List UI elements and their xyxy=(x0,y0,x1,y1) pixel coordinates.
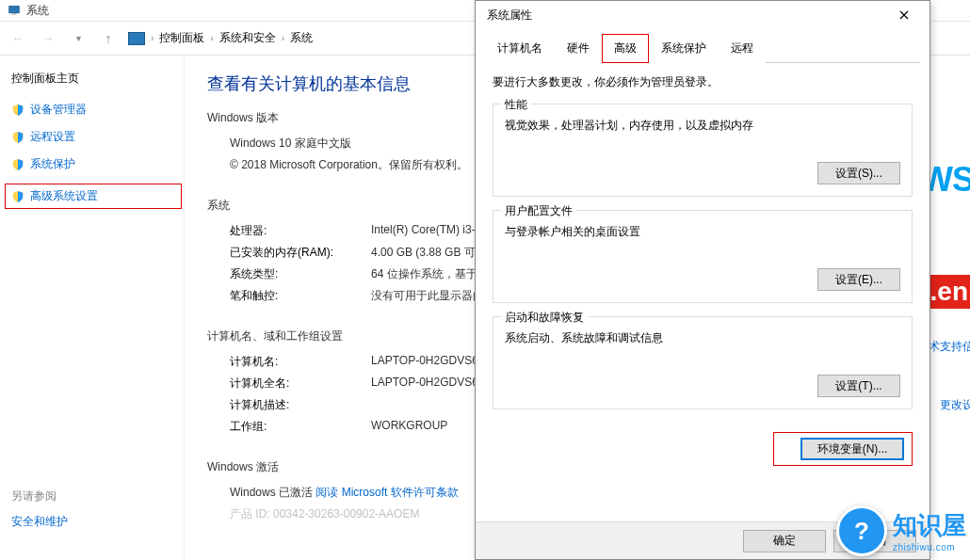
up-button[interactable]: ↑ xyxy=(98,28,119,49)
pen-value: 没有可用于此显示器的 xyxy=(371,288,484,304)
breadcrumb-item[interactable]: 系统 xyxy=(290,30,313,46)
chevron-right-icon: › xyxy=(282,33,284,43)
chevron-right-icon: › xyxy=(151,33,154,43)
chevron-right-icon: › xyxy=(210,33,213,43)
shield-icon xyxy=(11,104,24,117)
computer-name-value: LAPTOP-0H2GDVS6 xyxy=(371,354,478,370)
sidebar-item-label: 安全和维护 xyxy=(11,514,68,530)
tab-bar: 计算机名 硬件 高级 系统保护 远程 xyxy=(485,33,920,63)
sidebar-item-label: 设备管理器 xyxy=(30,102,87,118)
monitor-icon xyxy=(128,32,145,45)
systype-label: 系统类型: xyxy=(230,266,371,282)
sidebar-item-label: 高级系统设置 xyxy=(30,188,98,204)
tab-computer-name[interactable]: 计算机名 xyxy=(485,34,555,63)
support-link[interactable]: 术支持信 xyxy=(929,339,970,355)
back-button[interactable]: ← xyxy=(8,28,28,49)
computer-fullname-value: LAPTOP-0H2GDVS6 xyxy=(371,376,478,392)
watermark-text-cn: 知识屋 xyxy=(893,509,966,542)
shield-icon xyxy=(11,158,24,171)
window-title: 系统 xyxy=(26,3,49,19)
systype-value: 64 位操作系统，基于 xyxy=(371,266,477,282)
groupbox-title: 用户配置文件 xyxy=(501,203,576,219)
tab-remote[interactable]: 远程 xyxy=(719,34,766,63)
processor-value: Intel(R) Core(TM) i3- xyxy=(371,223,476,239)
activation-status: Windows 已激活 阅读 Microsoft 软件许可条款 xyxy=(230,485,459,501)
perf-settings-button[interactable]: 设置(S)... xyxy=(817,162,900,184)
shield-icon xyxy=(11,131,24,144)
sidebar: 控制面板主页 设备管理器 远程设置 系统保护 高级系统设置 另请参阅 安全和维护 xyxy=(0,56,184,560)
sidebar-home-link[interactable]: 控制面板主页 xyxy=(11,71,172,87)
dialog-title: 系统属性 xyxy=(487,8,532,24)
svg-rect-1 xyxy=(11,14,16,15)
admin-note: 要进行大多数更改，你必须作为管理员登录。 xyxy=(493,74,913,90)
groupbox-title: 性能 xyxy=(501,97,531,113)
groupbox-title: 启动和故障恢复 xyxy=(501,310,588,326)
svg-rect-0 xyxy=(9,7,20,13)
close-button[interactable] xyxy=(884,4,924,26)
watermark-logo: ? 知识屋 zhishiwu.com xyxy=(836,505,966,556)
forward-button[interactable]: → xyxy=(38,28,58,49)
groupbox-desc: 视觉效果，处理器计划，内存使用，以及虚拟内存 xyxy=(505,118,900,134)
dialog-titlebar: 系统属性 xyxy=(476,1,930,29)
sidebar-item-label: 系统保护 xyxy=(30,156,75,172)
sidebar-item-system-protection[interactable]: 系统保护 xyxy=(11,156,172,172)
sidebar-item-device-manager[interactable]: 设备管理器 xyxy=(11,102,172,118)
workgroup-label: 工作组: xyxy=(230,419,371,435)
processor-label: 处理器: xyxy=(230,223,371,239)
tab-system-protection[interactable]: 系统保护 xyxy=(649,34,719,63)
breadcrumb-item[interactable]: 控制面板 xyxy=(159,30,204,46)
license-terms-link[interactable]: 阅读 Microsoft 软件许可条款 xyxy=(315,486,458,499)
computer-desc-label: 计算机描述: xyxy=(230,397,371,413)
system-icon xyxy=(8,4,21,17)
shield-icon xyxy=(11,190,24,203)
chevron-down-icon[interactable]: ▾ xyxy=(68,28,89,49)
ok-button[interactable]: 确定 xyxy=(743,530,826,552)
see-also-title: 另请参阅 xyxy=(11,488,68,504)
profile-settings-button[interactable]: 设置(E)... xyxy=(817,268,900,291)
lenovo-logo: .en xyxy=(925,275,970,309)
ram-label: 已安装的内存(RAM): xyxy=(230,245,371,261)
computer-fullname-label: 计算机全名: xyxy=(230,376,371,392)
sidebar-item-label: 远程设置 xyxy=(30,129,75,145)
groupbox-user-profiles: 用户配置文件 与登录帐户相关的桌面设置 设置(E)... xyxy=(493,210,913,303)
ram-value: 4.00 GB (3.88 GB 可 xyxy=(371,245,476,261)
copyright-text: © 2018 Microsoft Corporation。保留所有权利。 xyxy=(230,157,468,173)
environment-variables-button[interactable]: 环境变量(N)... xyxy=(800,438,904,460)
system-properties-dialog: 系统属性 计算机名 硬件 高级 系统保护 远程 要进行大多数更改，你必须作为管理… xyxy=(475,0,930,560)
groupbox-desc: 系统启动、系统故障和调试信息 xyxy=(505,330,900,346)
tab-hardware[interactable]: 硬件 xyxy=(555,34,602,63)
change-settings-link[interactable]: 更改设 xyxy=(940,397,970,413)
computer-name-label: 计算机名: xyxy=(230,354,371,370)
breadcrumb-item[interactable]: 系统和安全 xyxy=(219,30,276,46)
groupbox-startup-recovery: 启动和故障恢复 系统启动、系统故障和调试信息 设置(T)... xyxy=(493,316,913,409)
sidebar-item-remote-settings[interactable]: 远程设置 xyxy=(11,129,172,145)
close-icon xyxy=(899,10,909,20)
groupbox-performance: 性能 视觉效果，处理器计划，内存使用，以及虚拟内存 设置(S)... xyxy=(493,104,913,197)
breadcrumb[interactable]: › 控制面板 › 系统和安全 › 系统 xyxy=(128,30,313,46)
pen-label: 笔和触控: xyxy=(230,288,371,304)
tab-advanced[interactable]: 高级 xyxy=(602,34,649,63)
groupbox-desc: 与登录帐户相关的桌面设置 xyxy=(505,224,900,240)
question-icon: ? xyxy=(836,505,887,556)
sidebar-item-advanced-settings[interactable]: 高级系统设置 xyxy=(5,184,182,209)
startup-settings-button[interactable]: 设置(T)... xyxy=(817,375,900,397)
dialog-body: 要进行大多数更改，你必须作为管理员登录。 性能 视觉效果，处理器计划，内存使用，… xyxy=(476,63,930,426)
product-id: 产品 ID: 00342-30263-00902-AAOEM xyxy=(230,506,419,522)
env-var-highlight: 环境变量(N)... xyxy=(773,432,913,466)
watermark-text-en: zhishiwu.com xyxy=(893,542,966,552)
sidebar-item-security-maintenance[interactable]: 安全和维护 xyxy=(11,514,68,530)
workgroup-value: WORKGROUP xyxy=(371,419,447,435)
windows-edition: Windows 10 家庭中文版 xyxy=(230,136,351,152)
